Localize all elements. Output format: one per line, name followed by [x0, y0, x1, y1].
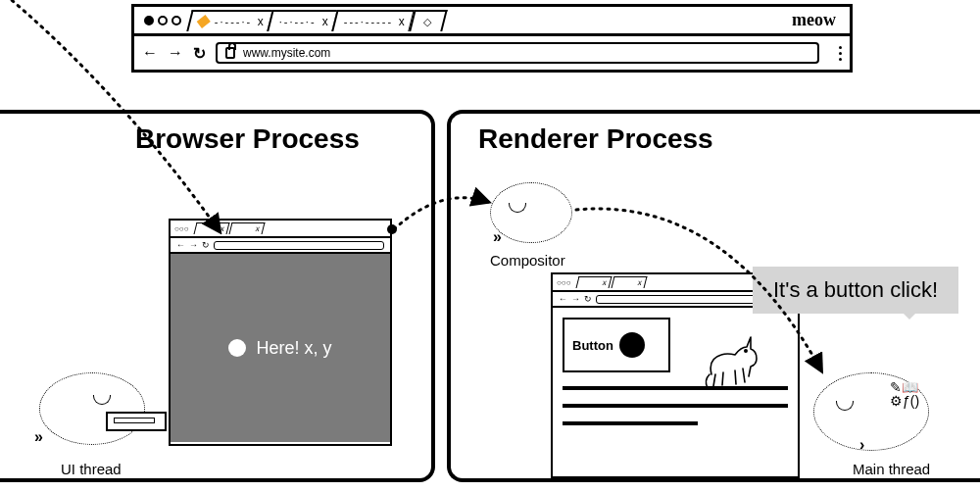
browser-process-title: Browser Process [135, 123, 414, 155]
url-text: www.mysite.com [243, 46, 330, 60]
tab-close-icon: x [258, 15, 266, 28]
svg-point-0 [745, 350, 747, 352]
mini-urlbar [214, 241, 384, 250]
window-close-dot [144, 16, 154, 25]
forward-icon: → [168, 44, 183, 62]
tab-close-icon: x [322, 15, 330, 28]
window-controls [144, 16, 181, 25]
mini-window-browser-process: ○○○ x x ← → ↻ Here! x, y [169, 219, 392, 446]
page-button-label: Button [572, 338, 613, 353]
compositor-character: » [490, 182, 572, 243]
reload-icon: ↻ [193, 44, 206, 63]
main-thread-tools-icon: ✎📖⚙ƒ() [890, 380, 919, 408]
new-tab-button: ◇ [409, 10, 447, 31]
click-target-dot-icon [619, 332, 645, 358]
page-text-line [563, 404, 788, 408]
browser-tab-3: ---·----- x [332, 10, 416, 31]
click-coord-label: Here! x, y [256, 338, 331, 359]
tab-favicon-diamond-icon [197, 14, 211, 27]
mini-tabbar: ○○○ x x [171, 221, 390, 238]
mini-tab: x [575, 276, 612, 288]
tab-bar: -·---·- x ·-·--·- x ---·----- x ◇ meow [134, 7, 850, 36]
mini-reload-icon: ↻ [202, 240, 210, 250]
browser-brand-label: meow [792, 10, 846, 30]
back-icon: ← [142, 44, 158, 62]
mini-navbar: ← → ↻ [171, 238, 390, 254]
page-button-element: Button [563, 318, 670, 372]
click-point-icon [228, 339, 246, 357]
tab-1-title: -·---·- [215, 16, 252, 27]
renderer-process-title: Renderer Process [478, 123, 966, 155]
mini-forward-icon: → [189, 240, 198, 250]
compositor-label: Compositor [490, 252, 565, 269]
mini-reload-icon: ↻ [584, 294, 592, 304]
mini-forward-icon: → [571, 294, 580, 304]
mini-back-icon: ← [559, 294, 567, 304]
ui-thread-label: UI thread [61, 461, 122, 477]
mini-tab: x [193, 222, 229, 234]
window-max-dot [172, 16, 181, 25]
unicorn-icon [698, 331, 762, 396]
mini-tab: x [611, 276, 647, 288]
mini-window-dots: ○○○ [557, 278, 571, 287]
mini-window-dots: ○○○ [174, 224, 189, 233]
top-browser-window: -·---·- x ·-·--·- x ---·----- x ◇ meow ←… [131, 4, 853, 73]
mini-tab: x [228, 222, 265, 234]
browser-tab-1: -·---·- x [186, 10, 274, 31]
main-thread-label: Main thread [853, 461, 930, 477]
main-thread-speech-bubble: It's a button click! [753, 267, 958, 314]
overflow-menu-icon [839, 46, 842, 61]
ui-thread-character: » [39, 372, 145, 445]
tab-3-title: ---·----- [344, 16, 393, 27]
page-text-line [563, 421, 698, 425]
browser-tab-2: ·-·--·- x [268, 10, 339, 31]
window-min-dot [158, 16, 168, 25]
tab-2-title: ·-·--·- [279, 16, 317, 27]
tab-close-icon: x [399, 15, 407, 28]
url-bar: www.mysite.com [216, 42, 819, 64]
mini-viewport: Here! x, y [171, 254, 390, 442]
nav-toolbar: ← → ↻ www.mysite.com [134, 36, 850, 70]
mini-back-icon: ← [176, 240, 185, 250]
lock-icon [225, 47, 235, 59]
ui-thread-device-icon [106, 412, 167, 431]
